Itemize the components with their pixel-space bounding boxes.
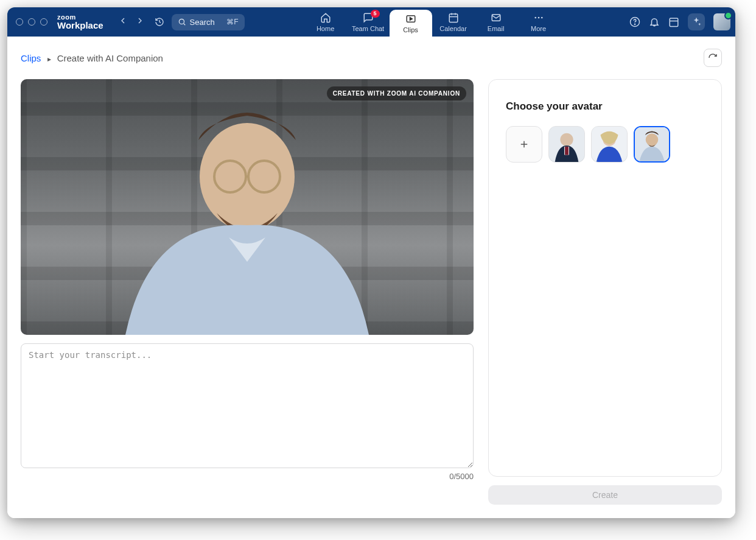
- create-button[interactable]: Create: [488, 485, 722, 505]
- chevron-right-icon: [135, 16, 145, 26]
- nav-arrows: [118, 16, 145, 28]
- svg-point-11: [541, 16, 542, 18]
- window-maximize-icon[interactable]: [40, 18, 47, 26]
- home-icon: [320, 12, 331, 23]
- svg-point-23: [560, 133, 573, 146]
- svg-rect-14: [670, 18, 678, 27]
- plus-icon: [519, 139, 530, 150]
- window-close-icon[interactable]: [16, 18, 23, 26]
- email-icon: [491, 12, 502, 23]
- svg-marker-3: [410, 17, 412, 20]
- help-icon: [629, 16, 640, 27]
- svg-rect-25: [565, 147, 569, 155]
- team-chat-badge: 5: [371, 10, 380, 18]
- back-button[interactable]: [118, 16, 128, 28]
- history-button[interactable]: [155, 17, 164, 27]
- help-button[interactable]: [629, 16, 640, 27]
- brand-line2: Workplace: [57, 21, 103, 30]
- avatar-panel: Choose your avatar: [488, 79, 722, 477]
- avatar-option-1[interactable]: [548, 126, 585, 163]
- avatar-thumb-icon: [592, 127, 627, 162]
- tab-more[interactable]: More: [517, 7, 560, 37]
- search-placeholder: Search: [190, 18, 215, 27]
- avatar-grid: [506, 126, 704, 163]
- left-column: CREATED WITH ZOOM AI COMPANION 0/5000: [21, 79, 474, 505]
- tab-clips[interactable]: Clips: [390, 10, 432, 37]
- search-shortcut: ⌘F: [226, 18, 238, 26]
- ai-companion-button[interactable]: [688, 13, 705, 30]
- avatar-thumb-icon: [549, 127, 584, 162]
- tab-email[interactable]: Email: [475, 7, 517, 37]
- breadcrumb-separator: ▸: [47, 55, 51, 63]
- main-layout: CREATED WITH ZOOM AI COMPANION 0/5000 Ch…: [7, 79, 735, 518]
- breadcrumb-root[interactable]: Clips: [21, 53, 41, 63]
- calendar-icon: [448, 12, 459, 23]
- search-icon: [178, 18, 186, 26]
- main-tabs: Home 5 Team Chat Clips Calendar Email: [304, 7, 560, 37]
- tab-clips-label: Clips: [403, 26, 418, 33]
- calendar-day-icon: [668, 16, 679, 27]
- preview-ai-badge: CREATED WITH ZOOM AI COMPANION: [327, 86, 466, 100]
- svg-point-9: [534, 16, 536, 18]
- breadcrumb: Clips ▸ Create with AI Companion: [21, 53, 163, 63]
- avatar-thumb-icon: [635, 127, 669, 161]
- breadcrumb-current: Create with AI Companion: [57, 53, 163, 63]
- history-icon: [155, 17, 164, 27]
- tab-home-label: Home: [317, 25, 334, 32]
- svg-rect-4: [449, 14, 458, 23]
- chevron-left-icon: [118, 16, 128, 26]
- avatar-option-2[interactable]: [591, 126, 628, 163]
- app-window: zoom Workplace Search ⌘F Home: [7, 7, 735, 518]
- tab-more-label: More: [531, 25, 546, 32]
- tab-home[interactable]: Home: [304, 7, 347, 37]
- tab-calendar[interactable]: Calendar: [432, 7, 475, 37]
- search-input[interactable]: Search ⌘F: [172, 14, 245, 30]
- refresh-button[interactable]: [704, 49, 722, 67]
- svg-line-1: [183, 24, 185, 26]
- titlebar-right: [629, 13, 730, 30]
- svg-point-0: [179, 19, 184, 24]
- tab-team-chat[interactable]: 5 Team Chat: [347, 7, 390, 37]
- sparkle-icon: [691, 16, 702, 27]
- avatar-option-3[interactable]: [634, 126, 670, 163]
- more-icon: [533, 12, 544, 23]
- char-count: 0/5000: [21, 472, 474, 481]
- svg-point-10: [537, 16, 539, 18]
- refresh-icon: [708, 53, 718, 63]
- window-controls[interactable]: [16, 18, 47, 26]
- user-avatar[interactable]: [713, 13, 730, 30]
- forward-button[interactable]: [135, 16, 145, 28]
- svg-point-29: [646, 133, 659, 146]
- titlebar: zoom Workplace Search ⌘F Home: [7, 7, 735, 37]
- tab-email-label: Email: [488, 25, 505, 32]
- panel-title: Choose your avatar: [506, 100, 704, 113]
- content: Clips ▸ Create with AI Companion: [7, 37, 735, 518]
- clips-icon: [405, 13, 416, 24]
- window-minimize-icon[interactable]: [28, 18, 35, 26]
- breadcrumb-row: Clips ▸ Create with AI Companion: [7, 37, 735, 79]
- tab-team-chat-label: Team Chat: [352, 25, 384, 32]
- tab-calendar-label: Calendar: [439, 25, 467, 32]
- right-column: Choose your avatar: [488, 79, 722, 505]
- avatar-person-illustration: [89, 79, 405, 335]
- transcript-input[interactable]: [21, 343, 474, 468]
- add-avatar-button[interactable]: [506, 126, 542, 163]
- brand-logo: zoom Workplace: [57, 14, 103, 30]
- today-button[interactable]: [668, 16, 679, 27]
- bell-icon: [649, 16, 660, 27]
- svg-point-13: [634, 24, 635, 24]
- notifications-button[interactable]: [649, 16, 660, 27]
- avatar-preview: CREATED WITH ZOOM AI COMPANION: [21, 79, 474, 335]
